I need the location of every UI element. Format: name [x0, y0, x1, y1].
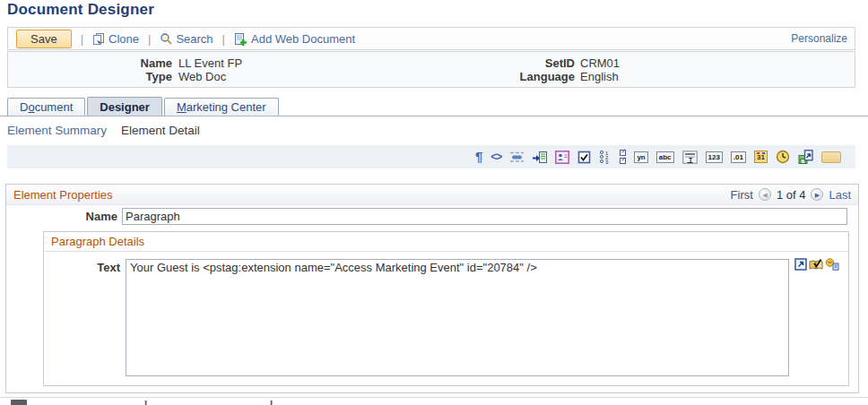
add-document-icon [234, 32, 247, 46]
date-field-icon[interactable]: 31 [754, 151, 768, 163]
pager-counter: 1 of 4 [777, 188, 806, 202]
pager-first-label: First [731, 188, 753, 202]
doc-setid-value: CRM01 [580, 56, 620, 70]
add-web-document-label: Add Web Document [251, 32, 355, 46]
doc-language-label: Language [385, 70, 575, 83]
tab-marketing-center[interactable]: Marketing Center [164, 98, 279, 116]
tab-document-label: D [20, 100, 28, 114]
multi-checkbox-element-icon[interactable] [620, 150, 626, 164]
mini-checkbox-icon [620, 150, 626, 156]
doc-type-value: Web Doc [178, 70, 226, 83]
bottom-toolbar-separator: | [269, 399, 273, 405]
personalize-link[interactable]: Personalize [791, 32, 847, 45]
search-icon [160, 32, 172, 45]
clone-button[interactable]: Clone [92, 32, 139, 46]
bottom-toolbar-icon[interactable] [11, 400, 27, 405]
number-field-icon[interactable]: 123 [706, 151, 723, 163]
button-element-icon[interactable] [821, 151, 841, 163]
element-properties-section: Element Properties First ◀ 1 of 4 ▶ Last… [5, 184, 859, 393]
html-code-element-icon[interactable]: <> [490, 150, 501, 164]
image-element-icon[interactable] [555, 151, 569, 164]
paragraph-details-section: Paragraph Details Text Your Guest is <ps… [43, 231, 849, 386]
clone-icon [92, 32, 105, 45]
action-toolbar: Save | Clone | Search | [7, 27, 855, 50]
paragraph-text-label: Text [44, 261, 120, 274]
tab-underline [0, 116, 868, 116]
paragraph-details-title: Paragraph Details [51, 235, 144, 248]
toolbar-separator: | [222, 32, 225, 46]
expand-field-icon[interactable] [794, 258, 807, 271]
tab-marketing-label-rest: arketing Center [187, 100, 266, 114]
list-number-3: 3 [605, 159, 609, 165]
paragraph-details-header: Paragraph Details [44, 232, 848, 252]
tab-bar: Document Designer Marketing Center [7, 96, 281, 116]
insert-element-icon[interactable] [533, 151, 547, 164]
tab-marketing-mnemonic: M [177, 100, 187, 114]
add-web-document-button[interactable]: Add Web Document [234, 32, 355, 46]
pager-previous-button[interactable]: ◀ [759, 188, 771, 201]
clone-label: Clone [108, 32, 139, 46]
time-field-icon[interactable] [776, 150, 790, 164]
bottom-toolbar-clipped: | | [0, 397, 868, 405]
text-field-tools [794, 258, 839, 271]
tab-designer-label: Designer [100, 100, 150, 114]
element-palette-toolbar: ¶ <> [7, 145, 855, 168]
doc-name-value: LL Event FP [178, 56, 242, 70]
insert-term-icon[interactable] [825, 258, 839, 271]
search-button[interactable]: Search [160, 32, 213, 46]
element-summary-link[interactable]: Element Summary [7, 124, 107, 137]
doc-language-value: English [580, 70, 619, 83]
dropdown-field-icon[interactable]: T [682, 151, 698, 164]
svg-text:T: T [689, 156, 693, 162]
pager-next-button[interactable]: ▶ [811, 188, 823, 201]
decimal-field-icon[interactable]: .01 [731, 151, 746, 163]
save-button[interactable]: Save [16, 30, 72, 48]
text-field-icon[interactable]: abc [656, 151, 674, 163]
element-properties-title: Element Properties [13, 188, 113, 202]
chevron-left-icon: ◀ [762, 192, 767, 198]
paragraph-text-input[interactable]: Your Guest is <pstag:extension name="Acc… [126, 259, 789, 376]
paragraph-element-icon[interactable]: ¶ [475, 150, 482, 164]
saved-element-icon[interactable] [798, 150, 813, 164]
doc-type-label: Type [8, 70, 172, 83]
record-pager: First ◀ 1 of 4 ▶ Last [731, 188, 851, 202]
element-name-input[interactable] [122, 208, 847, 225]
tab-designer[interactable]: Designer [87, 97, 162, 116]
doc-name-label: Name [8, 56, 172, 70]
element-name-label: Name [6, 210, 117, 223]
element-properties-header: Element Properties First ◀ 1 of 4 ▶ Last [6, 185, 858, 205]
toolbar-separator: | [81, 32, 83, 46]
pager-last-link[interactable]: Last [829, 188, 851, 202]
subnav: Element Summary Element Detail [7, 124, 200, 137]
spell-check-icon[interactable] [809, 258, 823, 271]
doc-setid-label: SetID [385, 56, 575, 70]
search-label: Search [176, 32, 213, 46]
element-detail-current: Element Detail [121, 124, 200, 137]
page-title: Document Designer [7, 1, 154, 19]
bottom-toolbar-separator: | [143, 399, 148, 405]
tab-document-mnemonic: o [28, 100, 34, 114]
checkbox-element-icon[interactable] [577, 151, 591, 164]
mini-checkbox-icon [620, 158, 626, 164]
tab-document[interactable]: Document [7, 98, 85, 116]
document-info-panel: Name LL Event FP Type Web Doc SetID CRM0… [7, 51, 855, 88]
static-text-element-icon[interactable] [509, 151, 525, 164]
toolbar-separator: | [148, 32, 151, 46]
chevron-right-icon: ▶ [815, 192, 820, 198]
tab-document-label-rest: cument [35, 100, 74, 114]
yes-no-field-icon[interactable]: yn [634, 151, 647, 163]
numbered-list-element-icon[interactable]: 1 2 3 [599, 150, 612, 164]
